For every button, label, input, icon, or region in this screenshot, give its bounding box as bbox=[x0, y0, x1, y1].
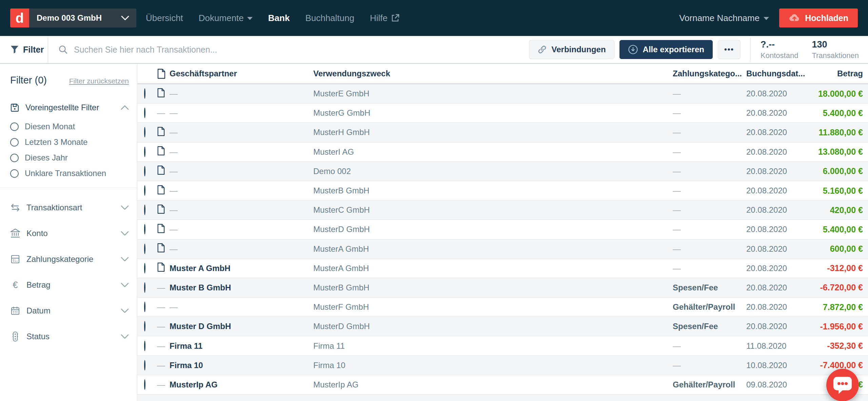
preset-filters-section[interactable]: Voreingestellte Filter bbox=[10, 103, 129, 112]
chevron-down-icon bbox=[121, 257, 129, 262]
nav-item-hilfe[interactable]: Hilfe bbox=[370, 13, 400, 23]
table-row[interactable]: — — MusterG GmbH — 20.08.2020 5.400,00 € bbox=[137, 103, 868, 123]
column-header-buchungsdatum[interactable]: Buchungsdat... bbox=[746, 69, 797, 78]
table-row[interactable]: — Muster B GmbH MusterB GmbH Spesen/Fee … bbox=[137, 278, 868, 298]
chevron-down-icon bbox=[121, 308, 129, 313]
transaction-status-circle[interactable] bbox=[144, 185, 145, 196]
column-header-geschaeftspartner[interactable]: Geschäftspartner bbox=[170, 69, 313, 78]
table-row[interactable]: — — MusterH GmbH — 20.08.2020 11.880,00 … bbox=[137, 123, 868, 142]
table-row[interactable]: — — Demo 002 — 20.08.2020 6.000,00 € bbox=[137, 162, 868, 181]
column-header-verwendungszweck[interactable]: Verwendungszweck bbox=[313, 69, 673, 78]
booking-date-cell: 09.08.2020 bbox=[746, 380, 797, 389]
transactions-table: Geschäftspartner Verwendungszweck Zahlun… bbox=[137, 64, 868, 401]
sidebar-divider bbox=[0, 188, 137, 188]
table-row[interactable]: — — MusterE GmbH — 20.08.2020 18.000,00 … bbox=[137, 84, 868, 103]
save-icon bbox=[10, 103, 19, 112]
nav-item-buchhaltung[interactable]: Buchhaltung bbox=[305, 13, 354, 23]
user-menu[interactable]: Vorname Nachname bbox=[679, 13, 769, 23]
table-row[interactable]: — Firma 10 Firma 10 — 10.08.2020 -7.400,… bbox=[137, 356, 868, 375]
amount-cell: 420,00 € bbox=[797, 205, 863, 215]
table-row[interactable]: — MusterIp AG MusterIp AG Gehälter/Payro… bbox=[137, 375, 868, 395]
transaction-status-circle[interactable] bbox=[144, 282, 145, 293]
filter-section-zahlungskategorie[interactable]: Zahlungskategorie bbox=[10, 253, 129, 265]
search-input[interactable] bbox=[74, 45, 529, 55]
external-link-icon bbox=[391, 14, 400, 22]
filter-section-betrag[interactable]: € Betrag bbox=[10, 279, 129, 291]
transaction-status-circle[interactable] bbox=[144, 341, 145, 351]
preset-option-unklare-transaktionen[interactable]: Unklare Transaktionen bbox=[10, 169, 129, 178]
table-row[interactable]: — Firma 11 Firma 11 — 11.08.2020 -352,30… bbox=[137, 336, 868, 356]
booking-date-cell: 11.08.2020 bbox=[746, 341, 797, 351]
chat-widget-button[interactable] bbox=[826, 369, 859, 401]
transaction-status-circle[interactable] bbox=[144, 205, 145, 215]
transaction-status-circle[interactable] bbox=[144, 166, 145, 176]
table-row[interactable]: — — MusterI AG — 20.08.2020 13.080,00 € bbox=[137, 142, 868, 162]
table-row[interactable]: — — MusterF GmbH Gehälter/Payroll 20.08.… bbox=[137, 298, 868, 317]
transaction-status-circle[interactable] bbox=[144, 108, 145, 118]
no-document-dash: — bbox=[157, 361, 165, 370]
table-row[interactable]: — — MusterB GmbH — 20.08.2020 5.160,00 € bbox=[137, 181, 868, 200]
more-actions-button[interactable]: ••• bbox=[718, 40, 741, 59]
table-row[interactable]: — — MusterC GmbH — 20.08.2020 420,00 € bbox=[137, 200, 868, 220]
export-all-button[interactable]: Alle exportieren bbox=[619, 40, 713, 59]
nav-item-bank[interactable]: Bank bbox=[268, 13, 290, 23]
column-header-zahlungskategorie[interactable]: Zahlungskatego... bbox=[673, 69, 746, 78]
nav-item-dokumente[interactable]: Dokumente bbox=[199, 13, 253, 23]
transaction-status-circle[interactable] bbox=[144, 302, 145, 312]
preset-option-letzten-3-monate[interactable]: Letzten 3 Monate bbox=[10, 137, 129, 147]
cloud-upload-icon bbox=[789, 14, 800, 22]
document-icon bbox=[157, 262, 165, 272]
caret-down-icon bbox=[764, 17, 769, 20]
column-header-betrag[interactable]: Betrag bbox=[797, 69, 863, 78]
transaction-status-circle[interactable] bbox=[144, 360, 145, 370]
category-cell: — bbox=[673, 244, 746, 254]
company-selector[interactable]: d Demo 003 GmbH bbox=[10, 8, 136, 27]
transaction-status-circle[interactable] bbox=[144, 263, 145, 273]
transfer-arrows-icon bbox=[10, 204, 20, 212]
filter-toggle[interactable]: Filter bbox=[0, 36, 48, 63]
filter-section-transaktionsart[interactable]: Transaktionsart bbox=[10, 202, 129, 214]
booking-date-cell: 20.08.2020 bbox=[746, 167, 797, 176]
booking-date-cell: 20.08.2020 bbox=[746, 322, 797, 331]
radio-icon bbox=[10, 138, 19, 147]
amount-cell: -7.400,00 € bbox=[797, 360, 863, 370]
table-row[interactable]: — Muster D GmbH MusterD GmbH Spesen/Fee … bbox=[137, 317, 868, 336]
category-cell: Spesen/Fee bbox=[673, 283, 746, 292]
chevron-down-icon bbox=[121, 231, 129, 236]
table-body: — — MusterE GmbH — 20.08.2020 18.000,00 … bbox=[137, 84, 868, 395]
transaction-status-circle[interactable] bbox=[144, 379, 145, 390]
transaction-status-circle[interactable] bbox=[144, 224, 145, 234]
filter-section-datum[interactable]: Datum bbox=[10, 305, 129, 317]
table-row[interactable]: — — MusterD GmbH — 20.08.2020 5.400,00 € bbox=[137, 220, 868, 239]
upload-button[interactable]: Hochladen bbox=[779, 8, 858, 27]
transaction-status-circle[interactable] bbox=[144, 147, 145, 157]
document-icon bbox=[157, 243, 165, 253]
transaction-status-circle[interactable] bbox=[144, 244, 145, 254]
preset-option-dieses-jahr[interactable]: Dieses Jahr bbox=[10, 153, 129, 163]
no-document-dash: — bbox=[157, 380, 165, 389]
chevron-down-icon bbox=[121, 205, 129, 210]
filter-reset-link[interactable]: Filter zurücksetzen bbox=[69, 77, 129, 85]
nav-item-uebersicht[interactable]: Übersicht bbox=[146, 13, 183, 23]
amount-cell: -352,30 € bbox=[797, 341, 863, 351]
booking-date-cell: 20.08.2020 bbox=[746, 302, 797, 312]
table-row[interactable]: — Muster A GmbH MusterA GmbH — 20.08.202… bbox=[137, 259, 868, 278]
transaction-status-circle[interactable] bbox=[144, 321, 145, 331]
preset-option-diesen-monat[interactable]: Diesen Monat bbox=[10, 122, 129, 131]
filter-section-status[interactable]: Status bbox=[10, 330, 129, 343]
connections-button[interactable]: Verbindungen bbox=[529, 40, 614, 59]
radio-icon bbox=[10, 154, 19, 162]
partner-cell: — bbox=[170, 167, 313, 176]
purpose-cell: MusterF GmbH bbox=[313, 302, 673, 312]
table-row[interactable]: — — MusterA GmbH — 20.08.2020 600,00 € bbox=[137, 240, 868, 259]
partner-cell: — bbox=[170, 108, 313, 118]
transaction-status-circle[interactable] bbox=[144, 127, 145, 137]
chevron-down-icon bbox=[121, 283, 129, 287]
category-cell: Spesen/Fee bbox=[673, 322, 746, 331]
filter-section-konto[interactable]: Konto bbox=[10, 227, 129, 240]
booking-date-cell: 20.08.2020 bbox=[746, 244, 797, 254]
main-navigation: Übersicht Dokumente Bank Buchhaltung Hil… bbox=[146, 13, 400, 23]
transaction-status-circle[interactable] bbox=[144, 88, 145, 99]
purpose-cell: MusterD GmbH bbox=[313, 225, 673, 234]
partner-cell: — bbox=[170, 89, 313, 98]
